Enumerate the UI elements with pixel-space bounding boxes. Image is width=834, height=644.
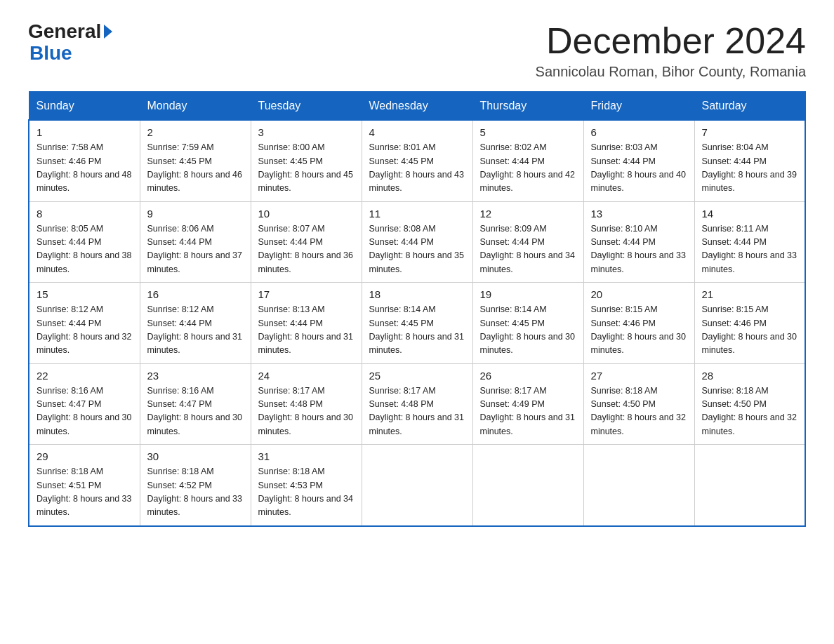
day-info: Sunrise: 8:01 AMSunset: 4:45 PMDaylight:… [369,142,465,193]
day-info: Sunrise: 8:14 AMSunset: 4:45 PMDaylight:… [480,304,576,355]
empty-cell [362,445,472,526]
day-number: 14 [702,208,798,220]
day-number: 5 [480,126,576,138]
day-cell-25: 25 Sunrise: 8:17 AMSunset: 4:48 PMDaylig… [362,363,472,445]
day-number: 26 [480,370,576,382]
day-cell-20: 20 Sunrise: 8:15 AMSunset: 4:46 PMDaylig… [583,283,694,364]
month-title: December 2024 [536,21,806,61]
day-number: 10 [258,208,355,220]
day-number: 18 [369,288,465,300]
page-header: General Blue December 2024 Sannicolau Ro… [28,21,806,80]
empty-cell [583,445,694,526]
day-info: Sunrise: 8:08 AMSunset: 4:44 PMDaylight:… [369,224,465,274]
empty-cell [694,445,805,526]
header-friday: Friday [583,92,694,120]
header-tuesday: Tuesday [251,92,362,120]
day-number: 17 [258,288,355,300]
week-row-2: 8 Sunrise: 8:05 AMSunset: 4:44 PMDayligh… [29,201,805,283]
day-number: 25 [369,370,465,382]
day-number: 28 [702,370,798,382]
header-monday: Monday [140,92,251,120]
day-info: Sunrise: 8:04 AMSunset: 4:44 PMDaylight:… [702,142,797,193]
day-cell-14: 14 Sunrise: 8:11 AMSunset: 4:44 PMDaylig… [694,201,805,283]
week-row-4: 22 Sunrise: 8:16 AMSunset: 4:47 PMDaylig… [29,363,805,445]
day-cell-23: 23 Sunrise: 8:16 AMSunset: 4:47 PMDaylig… [140,363,251,445]
day-number: 31 [258,450,355,462]
day-cell-1: 1 Sunrise: 7:58 AMSunset: 4:46 PMDayligh… [29,120,140,201]
day-number: 7 [702,126,798,138]
logo-arrow-icon [104,25,112,39]
day-number: 13 [591,208,687,220]
day-cell-31: 31 Sunrise: 8:18 AMSunset: 4:53 PMDaylig… [251,445,362,526]
logo-general: General [28,21,112,43]
day-info: Sunrise: 7:58 AMSunset: 4:46 PMDaylight:… [37,142,132,193]
day-number: 4 [369,126,465,138]
day-info: Sunrise: 7:59 AMSunset: 4:45 PMDaylight:… [147,142,243,193]
day-number: 11 [369,208,465,220]
day-cell-13: 13 Sunrise: 8:10 AMSunset: 4:44 PMDaylig… [583,201,694,283]
day-number: 8 [37,208,133,220]
day-number: 15 [37,288,133,300]
day-number: 9 [147,208,244,220]
day-number: 2 [147,126,244,138]
header-sunday: Sunday [29,92,140,120]
day-cell-19: 19 Sunrise: 8:14 AMSunset: 4:45 PMDaylig… [472,283,583,364]
day-cell-29: 29 Sunrise: 8:18 AMSunset: 4:51 PMDaylig… [29,445,140,526]
day-number: 16 [147,288,244,300]
header-wednesday: Wednesday [362,92,472,120]
day-cell-15: 15 Sunrise: 8:12 AMSunset: 4:44 PMDaylig… [29,283,140,364]
day-info: Sunrise: 8:12 AMSunset: 4:44 PMDaylight:… [37,304,132,355]
day-info: Sunrise: 8:09 AMSunset: 4:44 PMDaylight:… [480,224,576,274]
location: Sannicolau Roman, Bihor County, Romania [536,64,806,80]
day-info: Sunrise: 8:17 AMSunset: 4:48 PMDaylight:… [258,386,354,436]
day-number: 6 [591,126,687,138]
day-info: Sunrise: 8:12 AMSunset: 4:44 PMDaylight:… [147,304,243,355]
day-number: 29 [37,450,133,462]
day-cell-4: 4 Sunrise: 8:01 AMSunset: 4:45 PMDayligh… [362,120,472,201]
week-row-3: 15 Sunrise: 8:12 AMSunset: 4:44 PMDaylig… [29,283,805,364]
day-cell-5: 5 Sunrise: 8:02 AMSunset: 4:44 PMDayligh… [472,120,583,201]
week-row-1: 1 Sunrise: 7:58 AMSunset: 4:46 PMDayligh… [29,120,805,201]
day-number: 19 [480,288,576,300]
day-info: Sunrise: 8:13 AMSunset: 4:44 PMDaylight:… [258,304,354,355]
day-info: Sunrise: 8:00 AMSunset: 4:45 PMDaylight:… [258,142,354,193]
day-cell-18: 18 Sunrise: 8:14 AMSunset: 4:45 PMDaylig… [362,283,472,364]
day-info: Sunrise: 8:07 AMSunset: 4:44 PMDaylight:… [258,224,354,274]
day-cell-27: 27 Sunrise: 8:18 AMSunset: 4:50 PMDaylig… [583,363,694,445]
day-number: 1 [37,126,133,138]
day-info: Sunrise: 8:17 AMSunset: 4:49 PMDaylight:… [480,386,576,436]
day-info: Sunrise: 8:18 AMSunset: 4:50 PMDaylight:… [702,386,797,436]
day-cell-28: 28 Sunrise: 8:18 AMSunset: 4:50 PMDaylig… [694,363,805,445]
day-number: 20 [591,288,687,300]
logo: General Blue [28,21,112,65]
day-info: Sunrise: 8:14 AMSunset: 4:45 PMDaylight:… [369,304,465,355]
day-info: Sunrise: 8:18 AMSunset: 4:53 PMDaylight:… [258,467,354,517]
day-cell-24: 24 Sunrise: 8:17 AMSunset: 4:48 PMDaylig… [251,363,362,445]
calendar-header-row: SundayMondayTuesdayWednesdayThursdayFrid… [29,92,805,120]
day-number: 12 [480,208,576,220]
day-number: 21 [702,288,798,300]
day-number: 27 [591,370,687,382]
logo-blue-text: Blue [29,43,72,65]
day-number: 22 [37,370,133,382]
day-cell-6: 6 Sunrise: 8:03 AMSunset: 4:44 PMDayligh… [583,120,694,201]
day-cell-16: 16 Sunrise: 8:12 AMSunset: 4:44 PMDaylig… [140,283,251,364]
day-info: Sunrise: 8:03 AMSunset: 4:44 PMDaylight:… [591,142,687,193]
calendar-table: SundayMondayTuesdayWednesdayThursdayFrid… [28,91,806,527]
day-number: 23 [147,370,244,382]
day-info: Sunrise: 8:15 AMSunset: 4:46 PMDaylight:… [702,304,797,355]
logo-general-text: General [28,21,101,43]
header-saturday: Saturday [694,92,805,120]
day-info: Sunrise: 8:18 AMSunset: 4:50 PMDaylight:… [591,386,687,436]
day-number: 30 [147,450,244,462]
day-info: Sunrise: 8:17 AMSunset: 4:48 PMDaylight:… [369,386,465,436]
day-info: Sunrise: 8:05 AMSunset: 4:44 PMDaylight:… [37,224,132,274]
day-cell-7: 7 Sunrise: 8:04 AMSunset: 4:44 PMDayligh… [694,120,805,201]
day-cell-30: 30 Sunrise: 8:18 AMSunset: 4:52 PMDaylig… [140,445,251,526]
day-cell-26: 26 Sunrise: 8:17 AMSunset: 4:49 PMDaylig… [472,363,583,445]
day-cell-17: 17 Sunrise: 8:13 AMSunset: 4:44 PMDaylig… [251,283,362,364]
day-info: Sunrise: 8:15 AMSunset: 4:46 PMDaylight:… [591,304,687,355]
day-info: Sunrise: 8:11 AMSunset: 4:44 PMDaylight:… [702,224,797,274]
day-info: Sunrise: 8:16 AMSunset: 4:47 PMDaylight:… [147,386,243,436]
day-cell-2: 2 Sunrise: 7:59 AMSunset: 4:45 PMDayligh… [140,120,251,201]
